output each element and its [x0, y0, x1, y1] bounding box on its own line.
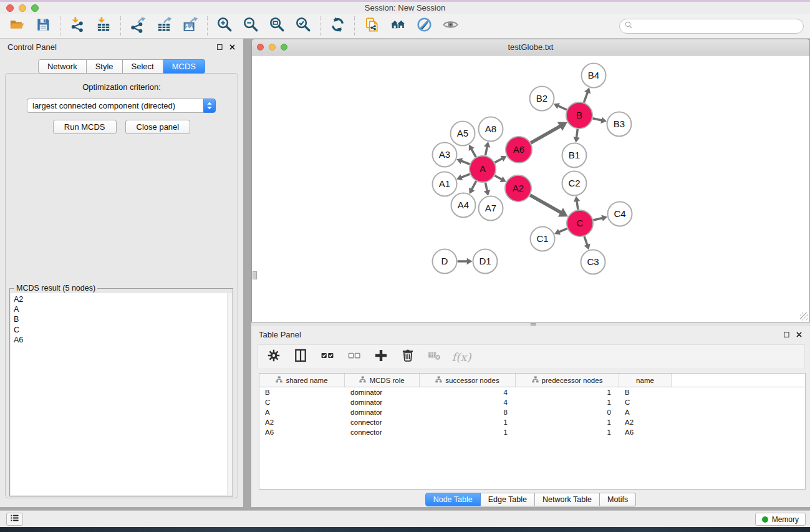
divider-handle[interactable] — [531, 323, 536, 326]
zoom-window-button[interactable] — [31, 4, 39, 12]
export-network-button[interactable] — [128, 17, 147, 36]
table-row[interactable]: Cdominator41C — [259, 397, 805, 407]
eye-button[interactable] — [441, 17, 460, 36]
table-tabs: Node TableEdge TableNetwork TableMotifs — [251, 493, 810, 506]
zoom-out-button[interactable] — [241, 17, 260, 36]
edge-arrowhead — [601, 215, 607, 221]
table-row[interactable]: A6connector11A6 — [259, 427, 805, 437]
edge-A-A5[interactable] — [471, 149, 476, 157]
cell-name: B — [619, 389, 672, 396]
column-header-name[interactable]: name — [619, 374, 672, 387]
zoom-fit-button[interactable] — [268, 17, 286, 36]
search-input[interactable] — [634, 21, 799, 32]
column-header-mcds-role[interactable]: MCDS role — [345, 374, 420, 387]
graph-node-label-C3: C3 — [587, 256, 599, 267]
network-canvas[interactable]: B4B2BB3A8A5A6A3B1AC2A1A2A4A7C4CC1C3DD1 — [253, 56, 809, 321]
table-tab-node-table[interactable]: Node Table — [425, 493, 481, 506]
plus-button[interactable] — [373, 349, 389, 365]
open-folder-button[interactable] — [7, 17, 26, 36]
uncheck-pair-button[interactable] — [346, 349, 362, 365]
tab-select[interactable]: Select — [123, 59, 163, 74]
import-table-button[interactable] — [94, 17, 113, 36]
result-item[interactable]: C — [11, 325, 232, 335]
edge-A-A7[interactable] — [485, 183, 487, 191]
gear-button[interactable] — [266, 349, 282, 365]
eye-icon — [442, 16, 459, 36]
result-scrollbar[interactable] — [227, 293, 232, 495]
zoom-in-button[interactable] — [215, 17, 234, 36]
memory-button[interactable]: Memory — [755, 513, 806, 526]
criterion-dropdown[interactable]: largest connected component (directed) — [27, 99, 216, 113]
hide-graphics-button[interactable] — [415, 17, 433, 36]
edge-A6-B[interactable] — [531, 126, 561, 143]
edge-A-A2[interactable] — [494, 176, 502, 180]
table-row[interactable]: Bdominator41B — [259, 387, 805, 397]
edge-C-C2[interactable] — [577, 201, 578, 210]
save-button[interactable] — [34, 17, 52, 36]
canvas-left-handle[interactable] — [253, 271, 257, 279]
clone-network-icon — [364, 16, 380, 36]
export-table-button[interactable] — [155, 17, 173, 36]
import-network-button[interactable] — [68, 17, 87, 36]
edge-A2-C[interactable] — [530, 195, 561, 213]
refresh-button[interactable] — [328, 17, 347, 36]
network-zoom-button[interactable] — [281, 44, 287, 51]
table-row[interactable]: A2connector11A2 — [259, 417, 805, 427]
minimize-window-button[interactable] — [19, 4, 26, 12]
zoom-out-icon — [243, 16, 259, 36]
table-tab-edge-table[interactable]: Edge Table — [481, 493, 535, 506]
table-tab-network-table[interactable]: Network Table — [535, 493, 600, 506]
edge-B-B2[interactable] — [558, 106, 567, 110]
close-panel-button[interactable]: Close panel — [125, 120, 191, 134]
status-bar: Memory — [0, 510, 810, 527]
result-item[interactable]: A6 — [11, 335, 232, 345]
columns-button[interactable] — [292, 349, 309, 365]
edge-B-B3[interactable] — [592, 118, 602, 120]
zoom-selected-button[interactable] — [294, 17, 312, 36]
float-table-panel-icon[interactable] — [783, 329, 790, 341]
cell-successor-nodes: 1 — [420, 418, 516, 426]
tab-style[interactable]: Style — [87, 59, 123, 74]
home-button[interactable] — [388, 17, 407, 36]
network-close-button[interactable] — [257, 44, 264, 51]
close-panel-icon[interactable] — [229, 42, 236, 53]
table-tab-motifs[interactable]: Motifs — [600, 493, 636, 506]
result-item[interactable]: B — [11, 314, 232, 324]
trash-button[interactable] — [400, 349, 416, 365]
uncheck-pair-icon — [347, 348, 362, 365]
close-table-panel-icon[interactable] — [796, 329, 803, 341]
zoom-selected-icon — [295, 16, 312, 36]
edge-B-B4[interactable] — [584, 92, 587, 103]
edge-arrowhead — [600, 117, 607, 123]
edge-A-A3[interactable] — [461, 161, 470, 164]
edge-A-A1[interactable] — [461, 174, 470, 178]
check-pair-button[interactable] — [319, 349, 335, 365]
search-box — [619, 19, 804, 34]
edge-C-C4[interactable] — [593, 218, 602, 220]
edge-C-C1[interactable] — [559, 228, 567, 232]
session-title: Session: New Session — [0, 3, 810, 12]
column-header-shared-name[interactable]: shared name — [259, 374, 345, 387]
tab-network[interactable]: Network — [38, 59, 87, 74]
table-row[interactable]: Adominator80A — [259, 407, 805, 417]
task-history-button[interactable] — [6, 513, 23, 526]
column-header-successor-nodes[interactable]: successor nodes — [420, 374, 516, 387]
column-header-predecessor-nodes[interactable]: predecessor nodes — [516, 374, 619, 387]
float-panel-icon[interactable] — [216, 42, 223, 53]
export-image-button[interactable] — [181, 17, 200, 36]
close-window-button[interactable] — [6, 4, 14, 12]
edge-A-A8[interactable] — [485, 147, 487, 156]
result-item[interactable]: A2 — [11, 293, 232, 304]
edge-B-B1[interactable] — [577, 129, 578, 138]
edge-C-C3[interactable] — [584, 236, 587, 245]
shared-column-icon — [532, 376, 539, 384]
result-item[interactable]: A — [11, 304, 232, 314]
window-resize-grip[interactable] — [800, 312, 808, 321]
tab-mcds[interactable]: MCDS — [163, 59, 205, 74]
graph-node-label-B4: B4 — [588, 70, 599, 80]
edge-A-A6[interactable] — [494, 158, 502, 163]
network-minimize-button[interactable] — [269, 44, 276, 51]
run-mcds-button[interactable]: Run MCDS — [53, 120, 117, 134]
clone-network-button[interactable] — [362, 17, 381, 36]
edge-A-A4[interactable] — [471, 181, 476, 190]
